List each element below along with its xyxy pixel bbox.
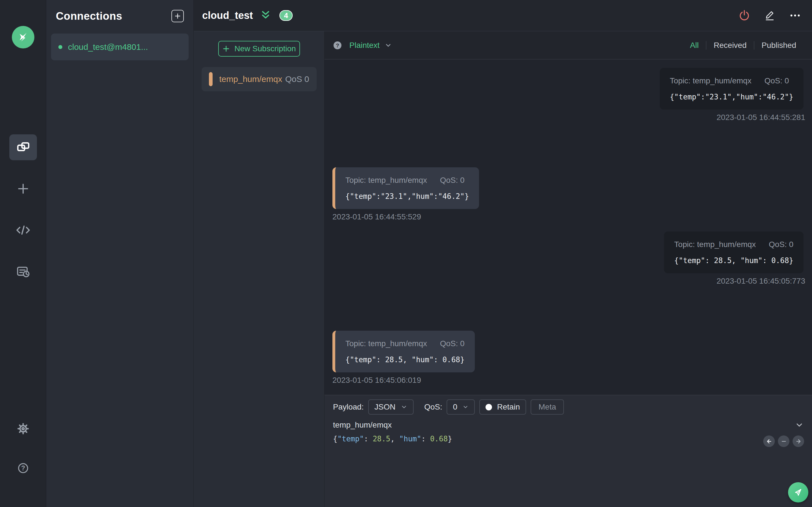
arrow-right-icon xyxy=(795,438,802,445)
message-bubble[interactable]: Topic: temp_hum/emqx QoS: 0 {"temp": 28.… xyxy=(333,331,475,372)
chevron-down-icon xyxy=(795,421,804,429)
plus-icon xyxy=(222,45,230,53)
sidebar-item-new-connection[interactable] xyxy=(9,176,37,202)
message-bubble[interactable]: Topic: temp_hum/emqx QoS: 0 {"temp": 28.… xyxy=(664,231,804,273)
connection-name: cloud_test@m4801... xyxy=(68,42,148,52)
help-icon: ? xyxy=(16,461,30,475)
retain-indicator-dot xyxy=(486,404,492,410)
ellipsis-icon xyxy=(789,9,801,22)
message-payload: {"temp": 28.5, "hum": 0.68} xyxy=(345,355,465,364)
chevron-down-icon xyxy=(385,42,392,49)
payload-help-icon[interactable]: ? xyxy=(333,41,342,50)
message-bubble[interactable]: Topic: temp_hum/emqx QoS: 0 {"temp":"23.… xyxy=(333,167,479,209)
power-icon xyxy=(738,9,751,22)
retain-toggle[interactable]: Retain xyxy=(479,399,526,414)
qos-label: QoS: xyxy=(424,402,442,411)
connections-icon xyxy=(16,140,30,154)
message-meta: Topic: temp_hum/emqx QoS: 0 xyxy=(670,76,794,86)
header-actions xyxy=(738,9,801,22)
mqttx-app-window: ? Connections cloud_test@m4801... cl xyxy=(0,0,812,507)
qos-select[interactable]: 0 xyxy=(447,399,475,414)
sidebar-item-settings[interactable] xyxy=(9,416,37,442)
publish-topic-input[interactable]: temp_hum/emqx xyxy=(333,420,392,430)
chevron-down-icon xyxy=(462,404,469,410)
sidebar-item-log[interactable] xyxy=(9,259,37,284)
collapse-panel-button[interactable] xyxy=(260,10,271,21)
message-topic: Topic: temp_hum/emqx xyxy=(345,176,427,185)
subscription-qos: QoS 0 xyxy=(285,74,309,84)
message-row: Topic: temp_hum/emqx QoS: 0 {"temp":"23.… xyxy=(333,68,804,157)
message-meta: Topic: temp_hum/emqx QoS: 0 xyxy=(345,176,469,185)
minus-icon xyxy=(780,438,788,445)
arrow-left-icon xyxy=(765,438,773,445)
connections-title: Connections xyxy=(56,10,122,22)
payload-format-select[interactable]: Plaintext xyxy=(349,41,392,50)
prev-message-button[interactable] xyxy=(763,436,775,447)
subscription-topic: temp_hum/emqx xyxy=(219,74,282,84)
filter-all[interactable]: All xyxy=(682,41,706,50)
gear-icon xyxy=(16,421,30,436)
payload-type-select[interactable]: JSON xyxy=(368,399,414,414)
connections-header: Connections xyxy=(46,0,193,32)
message-row: Topic: temp_hum/emqx QoS: 0 {"temp": 28.… xyxy=(333,331,804,385)
message-count-badge: 4 xyxy=(280,10,293,21)
message-topic: Topic: temp_hum/emqx xyxy=(670,76,751,86)
send-message-button[interactable] xyxy=(788,482,808,503)
publish-topic-row: temp_hum/emqx xyxy=(324,420,812,430)
pencil-icon xyxy=(763,9,776,22)
chevron-down-icon xyxy=(401,404,407,410)
sidebar-item-help[interactable]: ? xyxy=(9,455,37,481)
subscriptions-panel: New Subscription temp_hum/emqx QoS 0 xyxy=(194,31,324,507)
new-subscription-label: New Subscription xyxy=(235,44,296,53)
topic-history-button[interactable] xyxy=(795,421,804,429)
svg-text:?: ? xyxy=(336,43,339,48)
payload-label: Payload: xyxy=(333,402,364,411)
message-bubble[interactable]: Topic: temp_hum/emqx QoS: 0 {"temp":"23.… xyxy=(660,68,804,110)
double-chevron-down-icon xyxy=(260,10,271,21)
message-timestamp: 2023-01-05 16:44:55:281 xyxy=(717,113,806,122)
message-timestamp: 2023-01-05 16:45:06:019 xyxy=(333,376,421,385)
connection-list-item[interactable]: cloud_test@m4801... xyxy=(51,34,189,60)
publish-payload-editor[interactable]: {"temp": 28.5, "hum": 0.68} xyxy=(324,435,812,443)
clear-message-button[interactable] xyxy=(778,436,790,447)
message-list[interactable]: Topic: temp_hum/emqx QoS: 0 {"temp":"23.… xyxy=(324,59,812,395)
plus-icon xyxy=(16,182,30,196)
filter-published[interactable]: Published xyxy=(754,41,804,50)
message-topic: Topic: temp_hum/emqx xyxy=(674,240,756,249)
meta-button[interactable]: Meta xyxy=(530,399,564,414)
sidebar-item-connections[interactable] xyxy=(9,134,37,160)
connection-view: cloud_test 4 xyxy=(194,0,812,507)
subscription-color-bar xyxy=(209,72,213,86)
payload-type-value: JSON xyxy=(374,402,396,411)
mqttx-logo-icon xyxy=(12,26,35,48)
message-payload: {"temp":"23.1","hum":"46.2"} xyxy=(345,192,469,201)
publish-panel: Payload: JSON QoS: 0 xyxy=(324,395,812,507)
message-meta: Topic: temp_hum/emqx QoS: 0 xyxy=(345,339,465,348)
disconnect-button[interactable] xyxy=(738,9,751,22)
retain-label: Retain xyxy=(497,402,520,411)
send-paper-plane-icon xyxy=(792,487,804,498)
page-title: cloud_test xyxy=(202,10,253,21)
subscription-item[interactable]: temp_hum/emqx QoS 0 xyxy=(202,67,317,91)
sidebar-item-script[interactable] xyxy=(9,217,37,243)
publish-toolbar: Payload: JSON QoS: 0 xyxy=(324,399,812,415)
message-qos: QoS: 0 xyxy=(440,339,464,348)
code-icon xyxy=(16,223,31,237)
message-nav-controls xyxy=(763,436,804,447)
more-options-button[interactable] xyxy=(789,9,801,22)
new-subscription-button[interactable]: New Subscription xyxy=(218,41,300,57)
qos-value: 0 xyxy=(453,402,457,411)
message-qos: QoS: 0 xyxy=(769,240,794,249)
filter-received[interactable]: Received xyxy=(706,41,754,50)
connections-panel: Connections cloud_test@m4801... xyxy=(46,0,194,507)
edit-connection-button[interactable] xyxy=(763,9,776,22)
message-payload: {"temp": 28.5, "hum": 0.68} xyxy=(674,256,794,265)
add-connection-button[interactable] xyxy=(171,10,184,22)
payload-format-value: Plaintext xyxy=(349,41,379,50)
message-qos: QoS: 0 xyxy=(440,176,464,185)
document-clock-icon xyxy=(16,264,31,279)
next-message-button[interactable] xyxy=(793,436,804,447)
message-timestamp: 2023-01-05 16:45:05:773 xyxy=(717,277,806,286)
message-row: Topic: temp_hum/emqx QoS: 0 {"temp": 28.… xyxy=(333,231,804,321)
message-payload: {"temp":"23.1","hum":"46.2"} xyxy=(670,93,794,101)
